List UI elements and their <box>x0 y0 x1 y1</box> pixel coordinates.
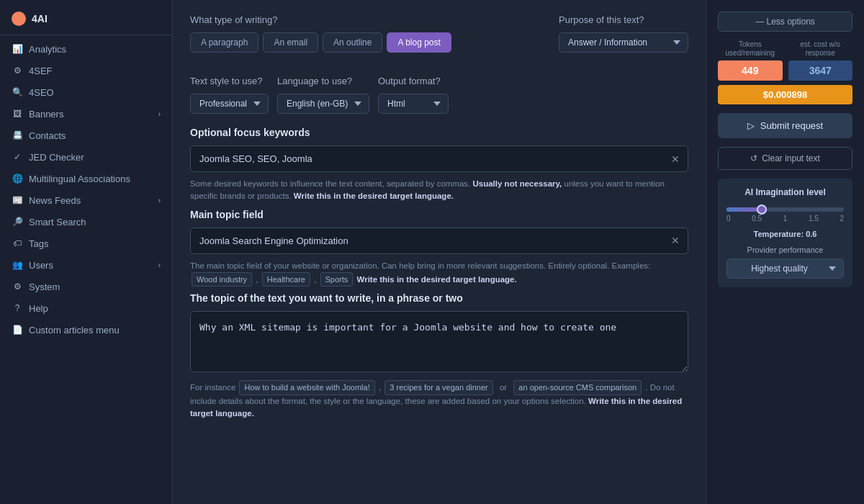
less-options-button[interactable]: — Less options <box>718 12 852 32</box>
sidebar-item-help[interactable]: ? Help <box>0 297 172 319</box>
purpose-label: Purpose of this text? <box>559 14 688 25</box>
temperature-display: Temperature: 0.6 <box>726 230 844 238</box>
language-select[interactable]: English (en-GB) English (en-US) French G… <box>277 94 369 114</box>
topic-textarea[interactable]: Why an XML sitemap is important for a Jo… <box>190 311 688 372</box>
text-style-label: Text style to use? <box>190 76 269 86</box>
slider-label-2: 2 <box>840 215 844 222</box>
imagination-slider-container: 0 0.5 1 1.5 2 <box>726 204 844 225</box>
sidebar-item-custom-articles[interactable]: 📄 Custom articles menu <box>0 319 172 341</box>
4sef-icon: ⚙ <box>12 65 23 76</box>
writing-purpose-row: What type of writing? A paragraph An ema… <box>190 14 688 64</box>
sidebar-item-banners[interactable]: 🖼 Banners › <box>0 103 172 125</box>
main-topic-clear-button[interactable]: ✕ <box>670 233 681 248</box>
provider-performance-label: Provider performance <box>726 246 844 254</box>
slider-label-0: 0 <box>726 215 731 222</box>
jed-icon: ✓ <box>12 151 23 163</box>
topic-example1: How to build a website with Joomla! <box>239 380 374 395</box>
main-topic-input-wrapper: ✕ <box>190 228 688 254</box>
multilingual-icon: 🌐 <box>12 173 23 184</box>
language-col: Language to use? English (en-GB) English… <box>277 76 369 114</box>
topic-example2: 3 recipes for a vegan dinner <box>384 380 492 395</box>
text-style-col: Text style to use? Professional Casual F… <box>190 76 269 114</box>
slider-thumb <box>757 204 767 215</box>
writing-type-label: What type of writing? <box>190 14 536 25</box>
tag-wood-industry: Wood industry <box>192 272 252 287</box>
tokens-section: Tokensused/remaining est. cost w/orespon… <box>718 40 852 104</box>
main-topic-input[interactable] <box>190 228 688 254</box>
text-style-select[interactable]: Professional Casual Formal Friendly <box>190 94 269 114</box>
output-format-select[interactable]: Html Markdown Plain text <box>378 94 449 114</box>
sidebar-item-system[interactable]: ⚙ System <box>0 276 172 297</box>
submit-request-button[interactable]: ▷ Submit request <box>718 113 852 138</box>
sidebar-item-news-feeds[interactable]: 📰 News Feeds › <box>0 189 172 211</box>
chevron-right-icon: › <box>158 261 161 269</box>
tag-sports: Sports <box>320 272 354 287</box>
writing-type-col: What type of writing? A paragraph An ema… <box>190 14 536 64</box>
tokens-used-label: Tokensused/remaining <box>718 40 783 58</box>
temperature-value: 0.6 <box>806 230 816 238</box>
sidebar-item-contacts[interactable]: 📇 Contacts <box>0 125 172 146</box>
sidebar-item-4seo[interactable]: 🔍 4SEO <box>0 81 172 103</box>
slider-label-1: 1 <box>783 215 788 222</box>
purpose-col: Purpose of this text? Answer / Informati… <box>559 14 688 53</box>
keywords-section-title: Optional focus keywords <box>190 127 688 138</box>
sidebar: 4AI 📊 Analytics ⚙ 4SEF 🔍 4SEO 🖼 Banners … <box>0 0 173 504</box>
custom-articles-icon: 📄 <box>12 324 23 336</box>
sidebar-item-label: Tags <box>29 238 48 249</box>
newsfeeds-icon: 📰 <box>12 194 23 206</box>
keywords-hint-bold: Usually not necessary, <box>473 179 562 188</box>
users-icon: 👥 <box>12 259 23 271</box>
style-language-format-row: Text style to use? Professional Casual F… <box>190 76 688 114</box>
smart-search-icon: 🔎 <box>12 216 23 228</box>
tokens-used-value: 449 <box>718 60 783 81</box>
4seo-icon: 🔍 <box>12 86 23 98</box>
est-cost-value: $0.000898 <box>718 85 852 104</box>
keywords-hint: Some desired keywords to influence the t… <box>190 178 688 203</box>
btn-paragraph[interactable]: A paragraph <box>190 32 258 53</box>
purpose-select[interactable]: Answer / Information Persuasive Informat… <box>559 32 688 53</box>
sidebar-item-label: Multilingual Associations <box>29 174 130 184</box>
btn-outline[interactable]: An outline <box>323 32 382 53</box>
keywords-clear-button[interactable]: ✕ <box>670 152 681 166</box>
keywords-input[interactable] <box>190 145 688 172</box>
clear-input-button[interactable]: ↺ Clear input text <box>718 147 852 170</box>
sidebar-item-label: Users <box>29 260 53 271</box>
main-topic-hint: The main topic field of your website or … <box>190 260 688 287</box>
sidebar-item-analytics[interactable]: 📊 Analytics <box>0 38 172 60</box>
sidebar-item-jed-checker[interactable]: ✓ JED Checker <box>0 146 172 168</box>
main-topic-hint-text1: The main topic field of your website or … <box>190 261 650 270</box>
btn-blog[interactable]: A blog post <box>387 32 451 53</box>
tokens-values-row: 449 3647 <box>718 60 852 81</box>
sidebar-item-label: Smart Search <box>29 217 86 228</box>
chevron-right-icon: › <box>158 197 161 204</box>
tag-healthcare: Healthcare <box>262 272 310 287</box>
main-content: What type of writing? A paragraph An ema… <box>173 0 706 504</box>
sidebar-item-tags[interactable]: 🏷 Tags <box>0 233 172 254</box>
tokens-remaining-value: 3647 <box>788 60 853 81</box>
sidebar-item-label: JED Checker <box>29 152 84 163</box>
language-label: Language to use? <box>277 76 369 86</box>
analytics-icon: 📊 <box>12 43 23 55</box>
slider-label-15: 1.5 <box>809 215 819 222</box>
tokens-header-row: Tokensused/remaining est. cost w/orespon… <box>718 40 852 58</box>
sidebar-item-label: Contacts <box>29 130 66 141</box>
performance-select[interactable]: Highest quality Balanced Fastest <box>726 258 844 279</box>
sidebar-item-label: News Feeds <box>29 195 81 206</box>
tags-icon: 🏷 <box>12 238 23 249</box>
sidebar-item-users[interactable]: 👥 Users › <box>0 254 172 276</box>
topic-hint-text1: For instance <box>190 383 235 392</box>
logo-icon <box>12 12 26 26</box>
contacts-icon: 📇 <box>12 130 23 141</box>
sidebar-item-label: Banners <box>29 109 63 120</box>
sidebar-item-4sef[interactable]: ⚙ 4SEF <box>0 60 172 81</box>
sidebar-item-smart-search[interactable]: 🔎 Smart Search <box>0 211 172 233</box>
keywords-hint-text3: Write this in the desired target languag… <box>294 192 454 200</box>
submit-icon: ▷ <box>747 120 755 131</box>
sidebar-item-multilingual[interactable]: 🌐 Multilingual Associations <box>0 168 172 189</box>
submit-label: Submit request <box>760 120 823 131</box>
sidebar-item-label: Custom articles menu <box>29 325 120 336</box>
btn-email[interactable]: An email <box>263 32 318 53</box>
ai-imagination-title: AI Imagination level <box>726 187 844 197</box>
sidebar-item-label: 4SEF <box>29 66 53 76</box>
writing-type-buttons: A paragraph An email An outline A blog p… <box>190 32 536 53</box>
